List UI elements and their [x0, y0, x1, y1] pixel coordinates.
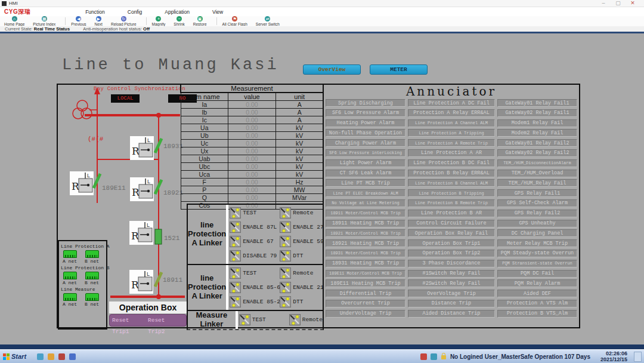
annunciator-tile[interactable]: Line Protection A AR: [408, 149, 495, 157]
annunciator-tile[interactable]: Protection A Relay ERR&AL: [408, 109, 495, 117]
annunciator-tile[interactable]: Line Protection A Channel ALM: [408, 119, 495, 127]
annunciator-tile[interactable]: Line Protection A DC Fail: [408, 99, 495, 107]
annunciator-tile[interactable]: 18921 Heating MCB Trip: [326, 239, 405, 247]
annunciator-tile[interactable]: Line Protection A Tripping: [408, 129, 495, 137]
annunciator-tile[interactable]: TEM_/HUM_DisconnectionAlarm: [497, 159, 577, 167]
annunciator-tile[interactable]: Line Protection B AR: [408, 210, 495, 217]
annunciator-tile[interactable]: Overcurrent Trip: [326, 300, 405, 307]
annunciator-tile[interactable]: GPS Self-Check Alarm: [497, 199, 577, 207]
linker-switch[interactable]: TEST: [230, 267, 280, 279]
close-button[interactable]: ✕: [626, 0, 639, 6]
annunciator-tile[interactable]: Line Protection B Remote Trip: [408, 199, 495, 207]
annunciator-tile[interactable]: Modem2 Relay Fail: [497, 129, 577, 137]
toolbar-restore[interactable]: ▣Restore: [193, 16, 207, 26]
annunciator-tile[interactable]: GateWay02 Relay Fail1: [497, 109, 577, 117]
menu-config[interactable]: Config: [128, 9, 143, 15]
annunciator-tile[interactable]: 18921 Moter/Control MCB Trip: [326, 229, 405, 237]
annunciator-tile[interactable]: Line Protection B DC Fail: [408, 159, 495, 167]
annunciator-tile[interactable]: Line Protection B Channel ALM: [408, 179, 495, 187]
annunciator-tile[interactable]: CT SF6 Leak Alarm: [326, 170, 405, 177]
annunciator-tile[interactable]: SF6 Low Pressure Alarm: [326, 109, 405, 117]
toolbar-picture-index[interactable]: ▦Picture Index: [33, 16, 55, 26]
linker-switch[interactable]: ENABLE 21: [280, 282, 323, 293]
linker-switch[interactable]: TEST: [230, 207, 280, 219]
linker-switch[interactable]: ENABLE 67: [230, 236, 280, 247]
linker-switch[interactable]: ENABLE 85-21: [230, 296, 280, 307]
annunciator-tile[interactable]: PQM Stransient-state Overrun: [497, 260, 577, 267]
linker-switch[interactable]: Remote: [280, 207, 323, 219]
relay-device-1521[interactable]: R L 1521: [129, 221, 180, 245]
app-icon-1[interactable]: [37, 353, 44, 360]
relay-device-18921[interactable]: R L 18921: [130, 177, 183, 201]
annunciator-tile[interactable]: 3 Phase Discordance: [408, 260, 495, 267]
annunciator-tile[interactable]: PQM DC Fail: [497, 270, 577, 278]
annunciator-tile[interactable]: Line PT MCB Trip: [326, 179, 405, 187]
annunciator-tile[interactable]: Control Circuit Failure: [408, 220, 495, 227]
annunciator-tile[interactable]: Charging Power Alarm: [326, 139, 405, 147]
annunciator-tile[interactable]: SF6 Low Pressure interLocking: [326, 149, 405, 157]
app-icon-3[interactable]: [58, 353, 65, 360]
overview-button[interactable]: OverView: [303, 64, 361, 75]
annunciator-tile[interactable]: Aided Distance Trip: [408, 310, 495, 318]
linker-switch[interactable]: DTT: [280, 296, 323, 307]
annunciator-tile[interactable]: DC Charging Panel: [497, 229, 577, 237]
annunciator-tile[interactable]: 18931 Heating MCB Trip: [326, 260, 405, 267]
relay-device-18911[interactable]: R L 18911: [129, 270, 182, 294]
toolbar-reload-picture[interactable]: ↻Reload Picture: [111, 16, 137, 26]
network-tray-icon[interactable]: [431, 353, 437, 360]
annunciator-tile[interactable]: GPS Relay Fail1: [497, 189, 577, 197]
linker-switch[interactable]: ENABLE 59: [280, 236, 323, 247]
relay-device-18931[interactable]: R L 18931: [130, 136, 183, 160]
toolbar-all-clear-flash[interactable]: ⚑All Clear Flash: [222, 16, 247, 26]
annunciator-tile[interactable]: #2Switch Relay Fail: [408, 279, 495, 287]
annunciator-tile[interactable]: Meter Relay MCB Trip: [497, 239, 577, 247]
annunciator-tile[interactable]: Aided DEF: [497, 290, 577, 297]
annunciator-tile[interactable]: TEM_/HUM_Relay Fail: [497, 179, 577, 187]
meter-button[interactable]: METER: [370, 64, 428, 75]
annunciator-tile[interactable]: No Voltage at Line Metering: [326, 199, 405, 207]
annunciator-tile[interactable]: UnderVoltage Trip: [326, 310, 405, 318]
toolbar-magnify[interactable]: +Magnify: [152, 16, 166, 26]
maximize-button[interactable]: ▢: [611, 0, 624, 6]
annunciator-tile[interactable]: Protection B VTS_Alm: [497, 310, 577, 318]
app-icon-2[interactable]: [48, 353, 54, 360]
annunciator-tile[interactable]: Line Protection B Tripping: [408, 189, 495, 197]
annunciator-tile[interactable]: GateWay01 Relay Fail2: [497, 139, 577, 147]
annunciator-tile[interactable]: GPS Unheathy: [497, 220, 577, 227]
start-button[interactable]: Start: [0, 350, 31, 363]
annunciator-tile[interactable]: GateWay01 Relay Fail1: [497, 99, 577, 107]
linker-switch[interactable]: TEST: [239, 314, 289, 325]
annunciator-tile[interactable]: PQM Relay Alarm: [497, 279, 577, 287]
relay-device-189E11[interactable]: R L 189E11: [70, 171, 126, 195]
annunciator-tile[interactable]: 18911 Moter/Control MCB Trip: [326, 210, 405, 217]
linker-switch[interactable]: ENABLE 85-67N: [230, 282, 280, 293]
linker-switch[interactable]: ENABLE 27: [280, 222, 323, 233]
toolbar-home-page[interactable]: ⌂Home Page: [4, 16, 24, 26]
annunciator-tile[interactable]: Line PT ELEC Breakdown ALM: [326, 189, 405, 197]
minimize-button[interactable]: –: [597, 0, 610, 6]
reset-trip2-button[interactable]: Reset Trip2: [148, 315, 184, 326]
linker-switch[interactable]: ENABLE 87L: [230, 222, 280, 233]
annunciator-tile[interactable]: Line Protection A Remote Trip: [408, 139, 495, 147]
linker-switch[interactable]: Remote: [280, 267, 323, 279]
annunciator-tile[interactable]: Protection A VTS Alm: [497, 300, 577, 307]
annunciator-tile[interactable]: Differential Trip: [326, 290, 405, 297]
alarm-tray-icon[interactable]: [420, 353, 427, 360]
annunciator-tile[interactable]: 18931 Moter/Control MCB Trip: [326, 250, 405, 257]
app-icon-4[interactable]: [69, 353, 76, 360]
menu-application[interactable]: Application: [165, 9, 190, 15]
annunciator-tile[interactable]: Spring Discharging: [326, 99, 405, 107]
annunciator-tile[interactable]: #1Switch Relay Fail: [408, 270, 495, 278]
linker-switch[interactable]: DTT: [280, 250, 323, 262]
annunciator-tile[interactable]: Protection B Relay ERR&AL: [408, 170, 495, 177]
reset-trip1-button[interactable]: Reset Trip1: [112, 315, 148, 326]
annunciator-tile[interactable]: Heating Power Alarm: [326, 119, 405, 127]
toolbar-next[interactable]: ▶Next: [95, 16, 103, 26]
annunciator-tile[interactable]: 189E11 Heating MCB Trip: [326, 279, 405, 287]
annunciator-tile[interactable]: TEM_/HUM_Overload: [497, 170, 577, 177]
annunciator-tile[interactable]: GateWay02 Relay Fail2: [497, 149, 577, 157]
show-desktop-button[interactable]: [634, 352, 642, 362]
annunciator-tile[interactable]: Operation Box Trip1: [408, 239, 495, 247]
toolbar-server-switch[interactable]: ⇌Server Switch: [256, 16, 280, 26]
annunciator-tile[interactable]: Non-full Phase Operation: [326, 129, 405, 137]
